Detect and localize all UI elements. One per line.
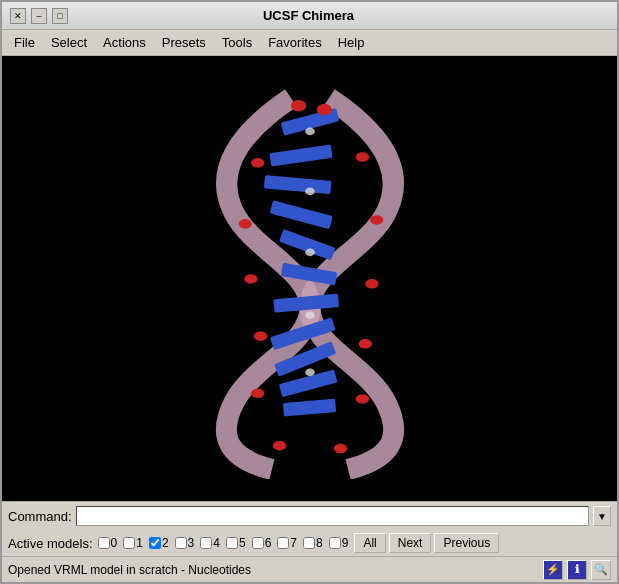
search-icon[interactable]: 🔍 — [591, 560, 611, 580]
model-8-group: 8 — [303, 536, 326, 550]
title-bar: ✕ – □ UCSF Chimera — [2, 2, 617, 30]
svg-rect-6 — [273, 293, 339, 312]
window-controls: ✕ – □ — [10, 8, 68, 24]
bottom-panel: Command: ▼ Active models: 0 1 2 3 — [2, 501, 617, 582]
model-1-label: 1 — [136, 536, 143, 550]
menu-favorites[interactable]: Favorites — [260, 32, 329, 53]
svg-point-17 — [244, 274, 257, 284]
menu-help[interactable]: Help — [330, 32, 373, 53]
maximize-button[interactable]: □ — [52, 8, 68, 24]
svg-point-16 — [370, 215, 383, 225]
model-9-label: 9 — [342, 536, 349, 550]
model-9-checkbox[interactable] — [329, 537, 341, 549]
viewport[interactable] — [2, 56, 617, 501]
svg-point-22 — [355, 394, 368, 404]
model-1-checkbox[interactable] — [123, 537, 135, 549]
command-row: Command: ▼ — [2, 502, 617, 530]
model-2-label: 2 — [162, 536, 169, 550]
minimize-button[interactable]: – — [31, 8, 47, 24]
menu-select[interactable]: Select — [43, 32, 95, 53]
model-0-label: 0 — [111, 536, 118, 550]
main-window: ✕ – □ UCSF Chimera File Select Actions P… — [0, 0, 619, 584]
svg-point-11 — [290, 99, 305, 110]
model-6-checkbox[interactable] — [252, 537, 264, 549]
model-5-label: 5 — [239, 536, 246, 550]
model-7-checkbox[interactable] — [277, 537, 289, 549]
model-0-group: 0 — [98, 536, 121, 550]
status-row: Opened VRML model in scratch - Nucleotid… — [2, 556, 617, 582]
dna-container — [2, 56, 617, 501]
svg-point-27 — [305, 248, 315, 256]
svg-point-26 — [305, 187, 315, 195]
model-5-checkbox[interactable] — [226, 537, 238, 549]
model-6-group: 6 — [252, 536, 275, 550]
status-text: Opened VRML model in scratch - Nucleotid… — [8, 563, 539, 577]
model-7-group: 7 — [277, 536, 300, 550]
svg-point-20 — [358, 339, 371, 349]
svg-point-28 — [305, 311, 315, 319]
svg-rect-10 — [282, 398, 335, 416]
svg-point-19 — [253, 331, 266, 341]
model-1-group: 1 — [123, 536, 146, 550]
svg-point-24 — [333, 443, 346, 453]
command-label: Command: — [8, 509, 72, 524]
model-8-checkbox[interactable] — [303, 537, 315, 549]
all-button[interactable]: All — [354, 533, 385, 553]
info-icon[interactable]: ℹ — [567, 560, 587, 580]
model-4-label: 4 — [213, 536, 220, 550]
menu-presets[interactable]: Presets — [154, 32, 214, 53]
menu-tools[interactable]: Tools — [214, 32, 260, 53]
svg-point-14 — [355, 152, 368, 162]
svg-point-29 — [305, 368, 315, 376]
svg-rect-2 — [263, 175, 331, 194]
window-title: UCSF Chimera — [263, 8, 354, 23]
svg-point-12 — [316, 103, 331, 114]
menu-bar: File Select Actions Presets Tools Favori… — [2, 30, 617, 56]
models-label: Active models: — [8, 536, 93, 551]
model-3-checkbox[interactable] — [175, 537, 187, 549]
next-button[interactable]: Next — [389, 533, 432, 553]
models-row: Active models: 0 1 2 3 4 — [2, 530, 617, 556]
model-5-group: 5 — [226, 536, 249, 550]
model-7-label: 7 — [290, 536, 297, 550]
svg-point-18 — [365, 279, 378, 289]
model-3-label: 3 — [188, 536, 195, 550]
previous-button[interactable]: Previous — [434, 533, 499, 553]
svg-point-25 — [305, 127, 315, 135]
lightning-icon[interactable]: ⚡ — [543, 560, 563, 580]
svg-rect-3 — [269, 200, 332, 229]
svg-point-13 — [250, 158, 263, 168]
model-6-label: 6 — [265, 536, 272, 550]
model-0-checkbox[interactable] — [98, 537, 110, 549]
model-9-group: 9 — [329, 536, 352, 550]
menu-actions[interactable]: Actions — [95, 32, 154, 53]
svg-rect-1 — [269, 144, 332, 166]
model-2-group: 2 — [149, 536, 172, 550]
command-dropdown[interactable]: ▼ — [593, 506, 611, 526]
svg-point-21 — [250, 388, 263, 398]
menu-file[interactable]: File — [6, 32, 43, 53]
model-4-group: 4 — [200, 536, 223, 550]
command-input[interactable] — [76, 506, 589, 526]
model-4-checkbox[interactable] — [200, 537, 212, 549]
svg-point-23 — [272, 440, 285, 450]
model-3-group: 3 — [175, 536, 198, 550]
model-2-checkbox[interactable] — [149, 537, 161, 549]
dna-visualization — [150, 79, 470, 479]
model-8-label: 8 — [316, 536, 323, 550]
close-button[interactable]: ✕ — [10, 8, 26, 24]
svg-point-15 — [238, 219, 251, 229]
